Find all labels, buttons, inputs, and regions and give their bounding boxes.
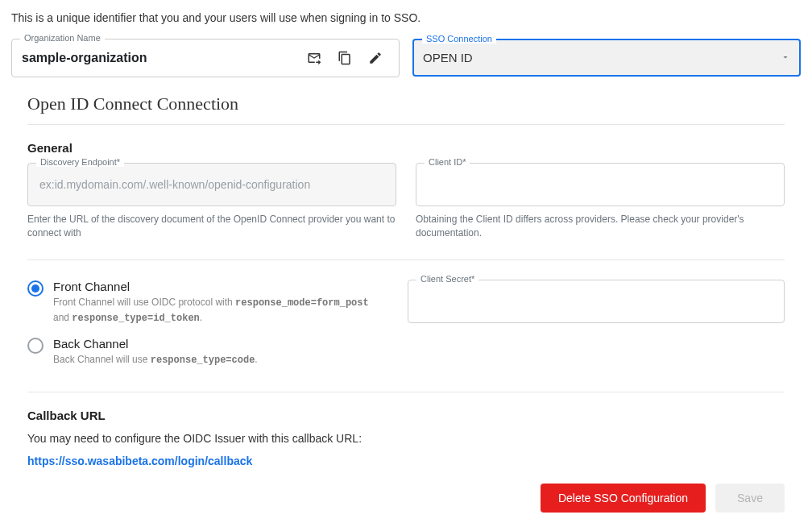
sso-intro-text: This is a unique identifier that you and… bbox=[11, 11, 801, 24]
sso-connection-label: SSO Connection bbox=[422, 34, 496, 44]
edit-icon[interactable] bbox=[368, 51, 383, 65]
divider bbox=[27, 124, 785, 125]
client-id-helper: Obtaining the Client ID differs across p… bbox=[416, 213, 785, 240]
client-id-input[interactable] bbox=[428, 178, 773, 191]
back-channel-desc: Back Channel will use response_type=code… bbox=[53, 352, 258, 367]
callback-title: Callback URL bbox=[27, 409, 785, 422]
callback-text: You may need to configure the OIDC Issue… bbox=[27, 432, 785, 445]
front-channel-radio[interactable]: Front Channel Front Channel will use OID… bbox=[27, 280, 372, 326]
back-channel-radio[interactable]: Back Channel Back Channel will use respo… bbox=[27, 337, 372, 367]
client-secret-field[interactable]: Client Secret* bbox=[408, 280, 785, 323]
discovery-endpoint-input[interactable] bbox=[39, 178, 384, 191]
client-id-field[interactable]: Client ID* bbox=[416, 163, 785, 206]
chevron-down-icon bbox=[781, 52, 790, 64]
copy-icon[interactable] bbox=[338, 51, 352, 65]
general-title: General bbox=[27, 141, 785, 155]
radio-unselected-icon bbox=[27, 338, 44, 354]
front-channel-desc: Front Channel will use OIDC protocol wit… bbox=[53, 295, 372, 326]
delete-sso-button[interactable]: Delete SSO Configuration bbox=[541, 484, 706, 513]
org-name-label: Organization Name bbox=[20, 33, 105, 43]
oidc-section-title: Open ID Connect Connection bbox=[27, 93, 801, 114]
client-secret-label: Client Secret* bbox=[416, 274, 478, 284]
radio-selected-icon bbox=[27, 280, 44, 297]
sso-connection-value: OPEN ID bbox=[423, 51, 781, 64]
mail-icon[interactable] bbox=[307, 51, 321, 65]
discovery-helper: Enter the URL of the discovery document … bbox=[27, 213, 396, 240]
org-name-value: sample-organization bbox=[22, 51, 307, 65]
callback-url-link[interactable]: https://sso.wasabibeta.com/login/callbac… bbox=[27, 455, 252, 467]
sso-connection-select[interactable]: SSO Connection OPEN ID bbox=[412, 39, 801, 77]
org-name-field: Organization Name sample-organization bbox=[11, 39, 400, 77]
divider bbox=[27, 392, 785, 392]
discovery-endpoint-field[interactable]: Discovery Endpoint* bbox=[27, 163, 396, 206]
back-channel-label: Back Channel bbox=[53, 337, 258, 351]
front-channel-label: Front Channel bbox=[53, 280, 372, 293]
client-secret-input[interactable] bbox=[420, 295, 773, 308]
divider bbox=[27, 259, 785, 260]
client-id-label: Client ID* bbox=[425, 157, 470, 167]
discovery-endpoint-label: Discovery Endpoint* bbox=[36, 157, 124, 167]
save-button: Save bbox=[715, 484, 785, 513]
